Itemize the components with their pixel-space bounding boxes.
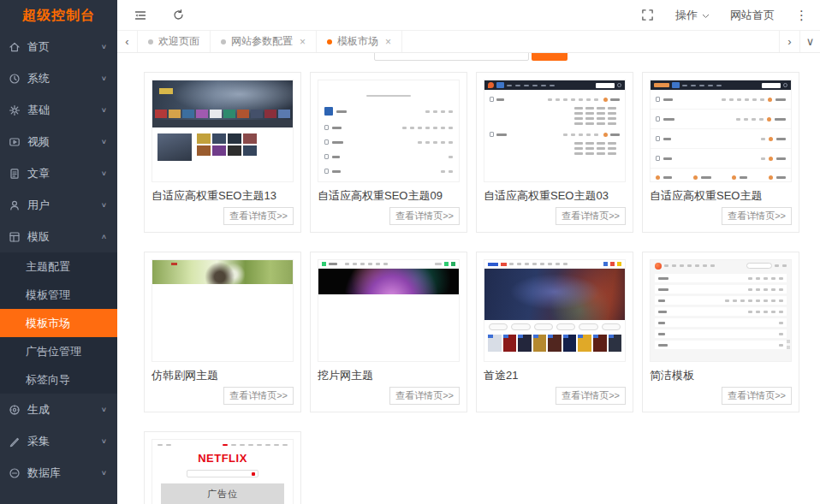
template-card: NETFLIX 广告位 bbox=[144, 431, 301, 504]
template-thumbnail bbox=[650, 259, 792, 362]
close-icon[interactable]: × bbox=[385, 36, 391, 48]
actions-dropdown[interactable]: 操作 bbox=[675, 8, 710, 23]
tab-dot bbox=[148, 39, 153, 44]
submenu-item-ad-manage[interactable]: 广告位管理 bbox=[0, 337, 117, 365]
fullscreen-icon[interactable] bbox=[639, 8, 655, 23]
template-title: 简洁模板 bbox=[650, 368, 792, 383]
sidebar-item-template[interactable]: 模版 ∧ bbox=[0, 221, 117, 252]
submenu-item-template-market[interactable]: 模板市场 bbox=[0, 309, 117, 337]
gear-icon bbox=[8, 104, 21, 116]
collapse-menu-icon[interactable] bbox=[133, 8, 148, 23]
app-title: 超级控制台 bbox=[0, 0, 117, 31]
site-home-link[interactable]: 网站首页 bbox=[730, 8, 775, 23]
tab-dot bbox=[221, 39, 226, 44]
thumb-search-bar bbox=[187, 470, 258, 477]
close-icon[interactable]: × bbox=[300, 36, 306, 48]
generate-icon bbox=[8, 403, 21, 416]
template-thumbnail bbox=[152, 80, 294, 182]
refresh-icon[interactable] bbox=[170, 8, 186, 23]
sidebar-item-video[interactable]: 视频 ∨ bbox=[0, 126, 117, 157]
template-card: 自适应高权重SEO主题13 查看详情页>> bbox=[144, 72, 301, 233]
template-grid: 自适应高权重SEO主题13 查看详情页>> bbox=[144, 72, 820, 504]
user-icon bbox=[8, 199, 21, 211]
sidebar-item-base[interactable]: 基础 ∨ bbox=[0, 94, 117, 126]
kebab-menu-icon[interactable]: ⋮ bbox=[795, 9, 808, 21]
template-icon bbox=[8, 230, 21, 243]
template-thumbnail bbox=[650, 80, 792, 182]
view-detail-link[interactable]: 查看详情页>> bbox=[389, 387, 460, 405]
sidebar-item-database[interactable]: 数据库 ∨ bbox=[0, 457, 117, 489]
template-thumbnail bbox=[152, 259, 294, 362]
tabs-scroll-left[interactable]: ‹ bbox=[117, 31, 138, 52]
template-title: 自适应高权重SEO主题09 bbox=[318, 188, 460, 204]
template-title: 仿韩剧网主题 bbox=[152, 368, 294, 383]
search-button[interactable] bbox=[532, 53, 567, 61]
tab-site-params[interactable]: 网站参数配置 × bbox=[211, 31, 317, 52]
submenu-item-template-manage[interactable]: 模板管理 bbox=[0, 281, 117, 309]
pencil-icon bbox=[8, 435, 21, 448]
template-title: 挖片网主题 bbox=[318, 368, 460, 383]
netflix-logo-text: NETFLIX bbox=[152, 452, 293, 465]
view-detail-link[interactable]: 查看详情页>> bbox=[223, 387, 294, 405]
topbar: 操作 网站首页 ⋮ bbox=[117, 0, 820, 31]
sidebar-item-article[interactable]: 文章 ∨ bbox=[0, 157, 117, 189]
sidebar-item-user[interactable]: 用户 ∨ bbox=[0, 189, 117, 221]
template-card: 仿韩剧网主题 查看详情页>> bbox=[144, 252, 301, 412]
template-submenu: 主题配置 模板管理 模板市场 广告位管理 标签向导 bbox=[0, 252, 117, 394]
template-market-page: 自适应高权重SEO主题13 查看详情页>> bbox=[117, 53, 820, 504]
template-title: 首途21 bbox=[484, 368, 626, 383]
tabs-scroll-right[interactable]: › bbox=[779, 31, 799, 52]
search-input[interactable] bbox=[374, 53, 529, 61]
admin-console: 超级控制台 首页 ∨ 系统 ∨ 基础 ∨ 视频 ∨ 文章 ∨ 用户 bbox=[0, 0, 820, 504]
tabs-menu-toggle[interactable]: ∨ bbox=[799, 31, 820, 52]
template-title: 自适应高权重SEO主题03 bbox=[484, 188, 626, 204]
template-card: 自适应高权重SEO主题 查看详情页>> bbox=[642, 72, 799, 233]
view-detail-link[interactable]: 查看详情页>> bbox=[722, 387, 792, 405]
sidebar-item-home[interactable]: 首页 ∨ bbox=[0, 31, 117, 62]
template-thumbnail bbox=[484, 80, 626, 182]
chevron-down-icon bbox=[702, 9, 710, 21]
template-card: 自适应高权重SEO主题03 查看详情页>> bbox=[476, 72, 633, 233]
template-title: 自适应高权重SEO主题13 bbox=[152, 188, 294, 204]
submenu-item-theme-config[interactable]: 主题配置 bbox=[0, 252, 117, 281]
sidebar: 超级控制台 首页 ∨ 系统 ∨ 基础 ∨ 视频 ∨ 文章 ∨ 用户 bbox=[0, 0, 117, 504]
template-title: 自适应高权重SEO主题 bbox=[650, 188, 792, 204]
view-detail-link[interactable]: 查看详情页>> bbox=[556, 207, 626, 225]
template-card: 自适应高权重SEO主题09 查看详情页>> bbox=[310, 72, 467, 233]
template-thumbnail bbox=[484, 259, 626, 362]
video-icon bbox=[8, 135, 21, 148]
system-icon bbox=[8, 72, 21, 85]
ad-slot-banner: 广告位 bbox=[161, 483, 284, 504]
sidebar-item-generate[interactable]: 生成 ∨ bbox=[0, 394, 117, 425]
template-thumbnail: NETFLIX 广告位 bbox=[152, 439, 294, 504]
template-thumbnail bbox=[318, 80, 460, 182]
tab-bar: ‹ 欢迎页面 网站参数配置 × 模板市场 × › ∨ bbox=[117, 31, 820, 53]
tab-template-market[interactable]: 模板市场 × bbox=[317, 31, 402, 52]
view-detail-link[interactable]: 查看详情页>> bbox=[556, 387, 626, 405]
template-card: 挖片网主题 查看详情页>> bbox=[310, 252, 467, 412]
tab-dot-active bbox=[327, 39, 332, 44]
template-thumbnail bbox=[318, 259, 460, 362]
template-card: 简洁模板 查看详情页>> bbox=[642, 252, 799, 412]
view-detail-link[interactable]: 查看详情页>> bbox=[389, 207, 460, 225]
view-detail-link[interactable]: 查看详情页>> bbox=[722, 207, 792, 225]
sidebar-item-collect[interactable]: 采集 ∨ bbox=[0, 425, 117, 457]
submenu-item-tag-wizard[interactable]: 标签向导 bbox=[0, 365, 117, 394]
database-icon bbox=[8, 466, 21, 479]
search-area bbox=[374, 53, 567, 61]
view-detail-link[interactable]: 查看详情页>> bbox=[223, 207, 294, 225]
home-icon bbox=[8, 40, 21, 53]
document-icon bbox=[8, 167, 21, 180]
template-card: 首途21 查看详情页>> bbox=[476, 252, 633, 412]
sidebar-item-system[interactable]: 系统 ∨ bbox=[0, 62, 117, 94]
tab-welcome[interactable]: 欢迎页面 bbox=[138, 31, 211, 52]
